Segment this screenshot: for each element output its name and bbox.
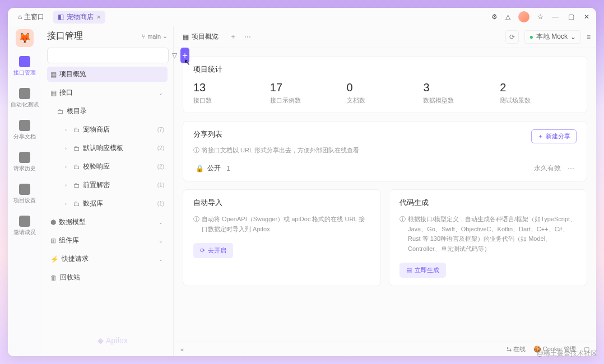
tree-quickrequest[interactable]: ⚡快捷请求⌄ — [47, 251, 168, 267]
plus-icon: ＋ — [537, 132, 543, 141]
autoimport-button[interactable]: ⟳去开启 — [193, 243, 233, 258]
tree-folder[interactable]: ›🗀数据库(1) — [47, 196, 168, 211]
chevron-down-icon: ⌄ — [162, 32, 168, 40]
menu-button[interactable]: ≡ — [587, 33, 591, 41]
main-panel: ▦项目概览 ＋ ⋯ ⟳ ●本地 Mock⌄ ≡ 项目统计 13接口数 17接口示… — [174, 26, 596, 356]
rail-settings[interactable]: 项目设置 — [13, 181, 36, 207]
env-dot-icon: ● — [529, 33, 533, 41]
pin-icon[interactable]: ☆ — [537, 13, 543, 21]
chevron-down-icon: ⌄ — [159, 90, 164, 96]
status-notify[interactable]: ▢ — [584, 346, 589, 353]
statusbar: « ⇆ 在线 🍪 Cookie 管理 ▢ — [174, 342, 596, 356]
tree-recycle[interactable]: 🗑回收站 — [47, 270, 168, 285]
share-title: 分享列表 — [193, 129, 359, 139]
history-icon — [19, 152, 30, 163]
tab-more-button[interactable]: ⋯ — [244, 33, 251, 41]
trash-icon: 🗑 — [50, 274, 57, 282]
tree-folder[interactable]: ›🗀宠物商店(7) — [47, 122, 168, 137]
folder-icon: 🗀 — [73, 163, 80, 171]
settings-icon — [19, 184, 30, 195]
sidebar: 接口管理 ⑂ main ⌄ ⌕ ▽ ＋↖ ▦项目概览 ▦接口⌄ 🗀根目录 ›🗀宠… — [41, 26, 174, 356]
close-button[interactable]: ✕ — [583, 13, 591, 21]
more-icon[interactable]: ⋯ — [568, 165, 574, 172]
chevron-down-icon: ⌄ — [159, 238, 164, 244]
tree-folder[interactable]: ›🗀前置解密(1) — [47, 178, 168, 193]
rail-api[interactable]: 接口管理 — [13, 54, 36, 79]
doc-icon — [19, 120, 30, 131]
project-icon: ◧ — [58, 13, 64, 21]
rail-autotest[interactable]: 自动化测试 — [11, 86, 39, 111]
app-logo[interactable]: 🦊 — [16, 29, 34, 47]
new-share-button[interactable]: ＋新建分享 — [531, 129, 577, 143]
autoimport-card: 自动导入 ⓘ自动将 OpenAPI（Swagger）或 apiDoc 格式的在线… — [183, 189, 381, 286]
chevron-right-icon: › — [65, 201, 71, 207]
tree-component[interactable]: ⊞组件库⌄ — [47, 233, 168, 248]
main-tabs: ▦项目概览 ＋ ⋯ ⟳ ●本地 Mock⌄ ≡ — [174, 26, 596, 48]
chevron-right-icon: › — [65, 146, 71, 151]
folder-icon: 🗀 — [73, 126, 80, 134]
share-item[interactable]: 🔒 公开 1 永久有效 ⋯ — [193, 158, 577, 173]
branch-select[interactable]: ⑂ main ⌄ — [142, 32, 168, 40]
tree-root[interactable]: 🗀根目录 — [47, 104, 168, 119]
stats-card: 项目统计 13接口数 17接口示例数 0文档数 3数据模型数 2测试场景数 — [183, 56, 587, 113]
codegen-title: 代码生成 — [399, 198, 577, 208]
tree-datamodel[interactable]: ⬢数据模型⌄ — [47, 214, 168, 230]
tab-overview[interactable]: ▦项目概览 — [179, 30, 222, 44]
tree-interface[interactable]: ▦接口⌄ — [47, 85, 168, 100]
folder-icon: 🗀 — [73, 144, 80, 152]
stat-item: 0文档数 — [347, 81, 424, 105]
env-select[interactable]: ●本地 Mock⌄ — [524, 30, 581, 44]
branch-icon: ⑂ — [142, 33, 146, 40]
stats-title: 项目统计 — [193, 64, 577, 74]
info-icon: ⓘ — [193, 146, 199, 155]
info-icon: ⓘ — [193, 214, 199, 234]
lock-icon: 🔒 — [196, 165, 204, 172]
codegen-card: 代码生成 ⓘ根据接口/模型定义，自动生成各种语言/框架（如TypeScript、… — [389, 189, 587, 286]
tab-add-button[interactable]: ＋ — [230, 32, 236, 41]
avatar[interactable] — [518, 11, 529, 22]
rail-sharedoc[interactable]: 分享文档 — [13, 118, 36, 143]
component-icon: ⊞ — [50, 237, 56, 245]
chevron-right-icon: › — [65, 183, 71, 188]
tab-home[interactable]: ⌂ 主窗口 — [13, 11, 49, 24]
stat-item: 2测试场景数 — [500, 81, 577, 105]
status-online[interactable]: ⇆ 在线 — [507, 345, 526, 353]
sidebar-title: 接口管理 — [47, 30, 83, 42]
home-icon: ⌂ — [18, 13, 22, 21]
codegen-button[interactable]: ▤立即生成 — [399, 263, 446, 278]
stat-item: 3数据模型数 — [423, 81, 500, 105]
info-icon: ⓘ — [399, 214, 406, 254]
model-icon: ⬢ — [50, 218, 56, 226]
folder-icon: 🗀 — [57, 108, 64, 115]
minimize-button[interactable]: — — [551, 13, 559, 21]
close-icon[interactable]: ✕ — [96, 14, 101, 20]
rail-history[interactable]: 请求历史 — [13, 150, 36, 175]
interface-icon: ▦ — [50, 89, 57, 97]
tree-overview[interactable]: ▦项目概览 — [47, 67, 168, 82]
chevron-down-icon: ⌄ — [159, 220, 164, 225]
folder-icon: 🗀 — [73, 181, 80, 189]
rail-invite[interactable]: 邀请成员 — [13, 213, 36, 239]
overview-icon: ▦ — [183, 33, 189, 41]
add-button[interactable]: ＋↖ — [180, 48, 189, 63]
tree-folder[interactable]: ›🗀校验响应(2) — [47, 159, 168, 174]
maximize-button[interactable]: ▢ — [567, 13, 575, 21]
collapse-button[interactable]: « — [180, 346, 184, 353]
titlebar: ⌂ 主窗口 ◧ 宠物商店 ✕ ⚙ △ ☆ — ▢ ✕ — [8, 8, 596, 26]
bell-icon[interactable]: △ — [505, 13, 510, 21]
nav-rail: 🦊 接口管理 自动化测试 分享文档 请求历史 项目设置 邀请成员 — [8, 26, 41, 356]
chevron-down-icon: ⌄ — [159, 256, 164, 262]
tab-home-label: 主窗口 — [24, 12, 44, 22]
status-cookie[interactable]: 🍪 Cookie 管理 — [533, 345, 576, 353]
robot-icon — [19, 88, 30, 99]
tree-folder[interactable]: ›🗀默认响应模板(2) — [47, 141, 168, 156]
refresh-button[interactable]: ⟳ — [505, 30, 519, 44]
api-icon — [19, 56, 30, 67]
share-card: 分享列表 ⓘ将接口文档以 URL 形式分享出去，方便外部团队在线查看 ＋新建分享… — [183, 121, 587, 181]
chevron-right-icon: › — [65, 164, 71, 170]
search-input[interactable] — [47, 48, 169, 63]
bolt-icon: ⚡ — [50, 255, 59, 263]
user-icon — [19, 216, 30, 227]
gear-icon[interactable]: ⚙ — [491, 13, 498, 21]
tab-project[interactable]: ◧ 宠物商店 ✕ — [53, 11, 105, 24]
